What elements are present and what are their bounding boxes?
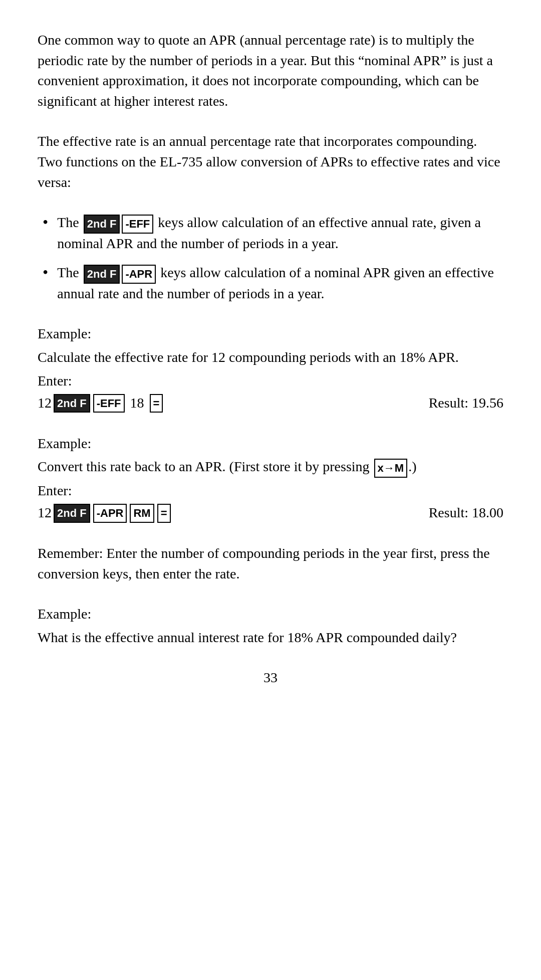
bullet1-prefix: The [57,215,83,230]
example2-num: 12 [38,503,52,523]
bullet-dot-2: • [43,261,48,284]
example2-key1: 2nd F [54,504,90,523]
example3-desc: What is the effective annual interest ra… [38,628,503,648]
bullet1-key2: ‑EFF [122,215,153,234]
example2-key-sequence: 12 2nd F ‑APR RM = [38,503,172,523]
bullet-text-1: The 2nd F‑EFF keys allow calculation of … [57,213,503,254]
bullet-text-2: The 2nd F‑APR keys allow calculation of … [57,263,503,304]
example1-num2: 18 [127,393,148,414]
example-2: Example: Convert this rate back to an AP… [38,434,503,523]
bullet2-prefix: The [57,265,83,280]
page-number-row: 33 [38,668,503,688]
page-number: 33 [263,670,278,685]
example2-equals: = [157,504,171,523]
intro-paragraph: One common way to quote an APR (annual p… [38,30,503,111]
example2-desc-suffix: .) [408,459,416,474]
example1-label: Example: [38,324,503,344]
bullet1-suffix: keys allow calculation of an effective a… [57,215,481,251]
bullet1-key1: 2nd F [84,215,120,234]
example2-key2: ‑APR [93,504,127,523]
example2-desc: Convert this rate back to an APR. (First… [38,457,503,478]
example-3: Example: What is the effective annual in… [38,604,503,648]
example2-store-key: x→M [374,459,408,478]
example1-key2: ‑EFF [93,394,125,413]
bullet-dot-1: • [43,211,48,234]
bullet2-key2: ‑APR [122,265,156,284]
example-1: Example: Calculate the effective rate fo… [38,324,503,413]
bullet-item-2: • The 2nd F‑APR keys allow calculation o… [38,263,503,304]
bullet2-key1: 2nd F [84,265,120,284]
example2-key3: RM [130,504,154,523]
example2-desc-text: Convert this rate back to an APR. (First… [38,459,373,474]
example2-enter: Enter: [38,481,503,501]
example2-label: Example: [38,434,503,454]
example1-key-sequence: 12 2nd F ‑EFF 18 = [38,393,164,414]
example1-num: 12 [38,393,52,414]
example1-result: Result: 19.56 [429,393,503,414]
bullet-item-1: • The 2nd F‑EFF keys allow calculation o… [38,213,503,254]
example2-key-row: 12 2nd F ‑APR RM = Result: 18.00 [38,503,503,523]
page-content: One common way to quote an APR (annual p… [38,30,503,688]
example2-result: Result: 18.00 [429,503,503,523]
effective-rate-paragraph: The effective rate is an annual percenta… [38,131,503,192]
remember-text: Remember: Enter the number of compoundin… [38,543,503,584]
example1-desc: Calculate the effective rate for 12 comp… [38,347,503,368]
example1-enter: Enter: [38,371,503,391]
bullet-list: • The 2nd F‑EFF keys allow calculation o… [38,213,503,304]
example1-key-row: 12 2nd F ‑EFF 18 = Result: 19.56 [38,393,503,414]
example1-key1: 2nd F [54,394,90,413]
example1-equals: = [150,394,163,413]
remember-block: Remember: Enter the number of compoundin… [38,543,503,584]
example3-label: Example: [38,604,503,625]
